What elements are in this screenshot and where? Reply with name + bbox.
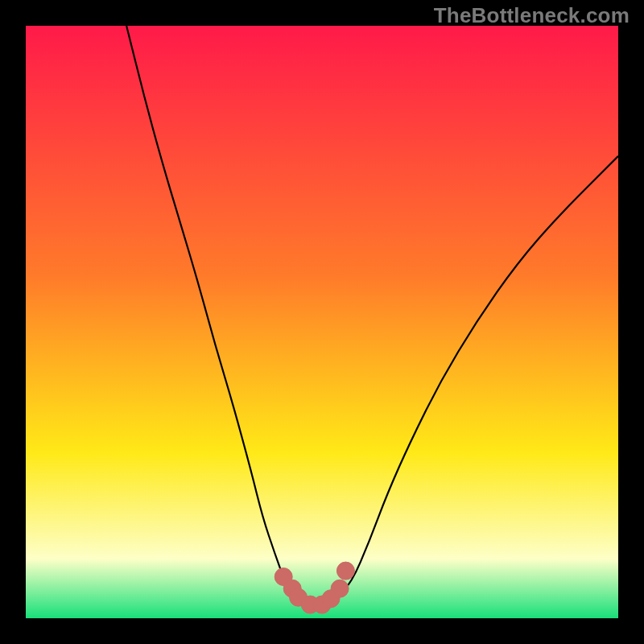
gradient-background	[26, 26, 618, 618]
bottleneck-chart	[26, 26, 618, 618]
marker-dot	[336, 562, 354, 580]
chart-frame: TheBottleneck.com	[0, 0, 644, 644]
marker-dot	[331, 580, 349, 597]
watermark-text: TheBottleneck.com	[434, 3, 630, 28]
